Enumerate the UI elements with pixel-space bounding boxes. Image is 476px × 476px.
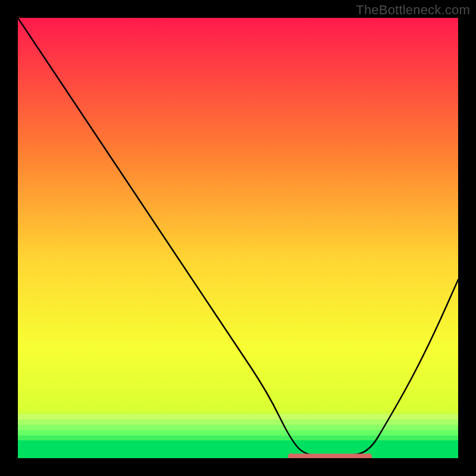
bottleneck-curve <box>18 18 458 456</box>
watermark-text: TheBottleneck.com <box>356 2 470 18</box>
plot-area <box>18 18 458 458</box>
curve-layer <box>18 18 458 458</box>
chart-frame: TheBottleneck.com <box>0 0 476 476</box>
